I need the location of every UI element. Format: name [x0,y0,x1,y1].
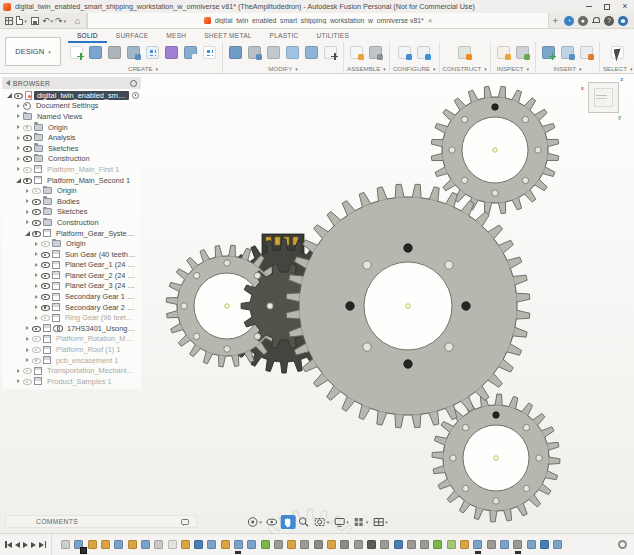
collapsed-arrow-icon[interactable] [14,114,23,118]
comments-bar[interactable]: COMMENTS [5,515,197,528]
collapse-panel-icon[interactable] [6,80,10,86]
visibility-eye-icon[interactable] [23,378,32,385]
tree-item-sun-gear-40-teeth-1-1[interactable]: Sun Gear (40 teeth) (1) 1 [2,249,141,260]
bolt-hole[interactable] [462,302,470,310]
sweep-button[interactable] [124,42,143,63]
tree-item-platform-roof-1-1[interactable]: Platform_Roof (1) 1 [2,344,141,355]
ribbon-group-label[interactable]: INSPECT▾ [497,65,529,72]
timeline-feature-12[interactable] [205,537,218,553]
visibility-eye-icon[interactable] [23,155,32,162]
new-tab-button[interactable]: + [549,13,562,29]
minimize-button[interactable] [580,0,598,13]
ribbon-tab-mesh[interactable]: MESH [157,29,195,43]
collapsed-arrow-icon[interactable] [23,358,32,362]
ribbon-group-label[interactable]: CONFIGURE▾ [393,65,436,72]
extrude-button[interactable] [86,42,105,63]
bolt-hole[interactable] [492,104,498,110]
timeline-feature-32[interactable] [471,537,484,553]
home-tab[interactable]: ⌂ [69,13,87,28]
press-pull-button[interactable] [226,42,245,63]
timeline-feature-9[interactable] [165,537,178,553]
notifications-bell-icon[interactable] [592,17,600,25]
new-component-button[interactable] [347,42,366,63]
visibility-eye-icon[interactable] [41,251,50,258]
timeline-feature-21[interactable] [325,537,338,553]
visibility-eye-icon[interactable] [32,187,41,194]
collapsed-arrow-icon[interactable] [32,295,41,299]
bolt-hole[interactable] [450,455,456,461]
collapsed-arrow-icon[interactable] [23,348,32,352]
bolt-hole[interactable] [535,147,541,153]
bolt-hole[interactable] [536,455,542,461]
collapsed-arrow-icon[interactable] [32,242,41,246]
timeline-feature-24[interactable] [365,537,378,553]
bolt-hole[interactable] [462,424,468,430]
timeline-feature-10[interactable] [179,537,192,553]
measure-button[interactable] [494,42,513,63]
bolt-hole[interactable] [346,302,354,310]
bolt-hole[interactable] [363,343,371,351]
bolt-hole[interactable] [445,343,453,351]
bolt-hole[interactable] [461,177,467,183]
timeline-feature-38[interactable] [551,537,564,553]
go-to-end-button[interactable] [39,541,46,548]
move-copy-button[interactable] [321,42,340,63]
bolt-hole[interactable] [523,485,529,491]
tree-item-sketches[interactable]: Sketches [2,207,141,218]
configuration-table-button[interactable] [414,42,433,63]
timeline-feature-14[interactable] [232,537,245,553]
collapsed-arrow-icon[interactable] [32,316,41,320]
tree-item-ring-gear-96-teeth-1-1[interactable]: Ring Gear (96 teeth) (1) 1 [2,312,141,323]
go-to-start-button[interactable] [5,541,12,548]
collapsed-arrow-icon[interactable] [32,263,41,267]
ribbon-group-label[interactable]: SELECT▾ [603,65,633,72]
timeline-feature-33[interactable] [485,537,498,553]
origin-center-mark[interactable] [494,456,498,460]
timeline-feature-17[interactable] [272,537,285,553]
bolt-hole[interactable] [449,147,455,153]
timeline-feature-20[interactable] [312,537,325,553]
tree-item-origin[interactable]: Origin [2,185,141,196]
timeline-feature-23[interactable] [352,537,365,553]
tree-item-construction[interactable]: Construction [2,217,141,228]
bolt-hole[interactable] [461,116,467,122]
tree-item-transportation-mechanism-1[interactable]: Transportation_Mechanism 1 [2,365,141,376]
pattern-dots-button[interactable] [200,42,219,63]
collapsed-arrow-icon[interactable] [23,326,32,330]
visibility-eye-icon[interactable] [41,282,50,289]
viewports-tool-button[interactable]: ▾ [371,515,390,529]
expanded-arrow-icon[interactable] [5,93,14,98]
create-sketch-button[interactable] [67,42,86,63]
tree-item-platform-main-second-1[interactable]: Platform_Main_Second 1 [2,175,141,186]
insert-derive-button[interactable] [539,42,558,63]
ribbon-group-label[interactable]: ASSEMBLE▾ [347,65,386,72]
collapsed-arrow-icon[interactable] [32,273,41,277]
timeline-feature-29[interactable] [431,537,444,553]
visibility-eye-icon[interactable] [14,92,23,99]
timeline-feature-27[interactable] [405,537,418,553]
tree-item-planet-gear-3-24-teeth-1[interactable]: Planet Gear_3 (24 teeth) (1... [2,281,141,292]
timeline-feature-4[interactable] [99,537,112,553]
bolt-hole[interactable] [492,190,498,196]
save-button[interactable] [28,13,41,29]
timeline-feature-31[interactable] [458,537,471,553]
visibility-eye-icon[interactable] [32,198,41,205]
bolt-hole[interactable] [523,424,529,430]
activate-component-radio[interactable] [132,92,139,99]
origin-center-mark[interactable] [493,148,497,152]
collapsed-arrow-icon[interactable] [32,284,41,288]
timeline-feature-16[interactable] [258,537,271,553]
visibility-eye-icon[interactable] [23,177,32,184]
view-cube[interactable]: x z y [588,82,619,113]
timeline-feature-3[interactable] [86,537,99,553]
tree-item-digital-twin-enabled-smart-sh[interactable]: digital_twin_enabled_smart_sh... [2,90,141,101]
tab-close-icon[interactable]: × [428,16,433,25]
job-status-icon[interactable]: ◔ [564,16,574,26]
construction-plane-button[interactable] [455,42,474,63]
bolt-hole[interactable] [445,261,453,269]
visibility-eye-icon[interactable] [23,367,32,374]
tree-item-origin[interactable]: Origin [2,122,141,133]
expanded-arrow-icon[interactable] [23,231,32,236]
visibility-eye-icon[interactable] [32,208,41,215]
redo-button[interactable]: ↷▾ [54,13,67,29]
